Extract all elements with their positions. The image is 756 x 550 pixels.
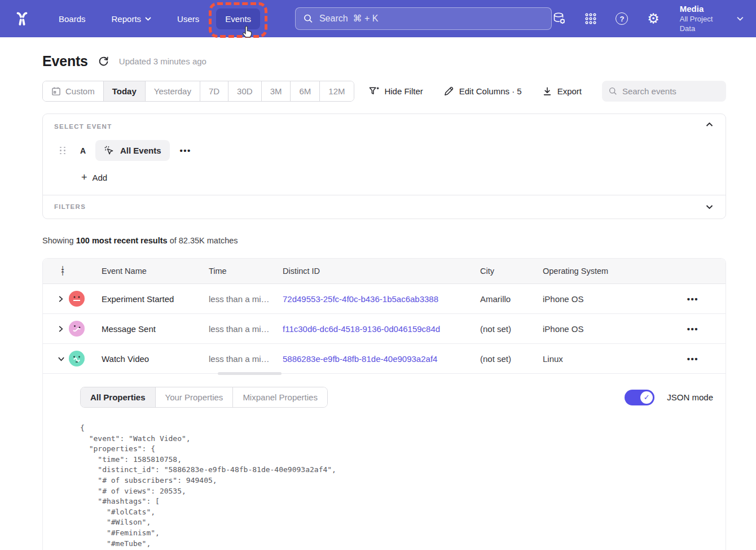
apps-grid-icon[interactable] (583, 11, 597, 26)
select-event-section: SELECT EVENT A All Events ••• + Add (43, 114, 726, 195)
nav-item-boards[interactable]: Boards (50, 8, 95, 29)
column-header-operating-system[interactable]: Operating System (543, 267, 660, 276)
expand-row-button[interactable] (58, 325, 69, 333)
date-option-30d[interactable]: 30D (228, 81, 262, 101)
mixpanel-logo[interactable] (12, 9, 32, 28)
json-mode-label: JSON mode (667, 392, 713, 402)
navbar-actions: ? ⚙ Media All Project Data (552, 3, 744, 33)
date-option-custom[interactable]: Custom (43, 81, 104, 101)
refresh-icon[interactable] (98, 56, 109, 67)
column-header-city[interactable]: City (480, 267, 543, 276)
json-mode-toggle[interactable]: ✓ (625, 390, 654, 405)
cell-event-name: Experiment Started (102, 294, 209, 304)
cell-event-name: Watch Video (102, 354, 209, 364)
column-header-event-name[interactable]: Event Name (102, 267, 209, 276)
nav-item-events[interactable]: Events (216, 8, 260, 29)
project-selector[interactable]: Media All Project Data (680, 3, 744, 33)
last-updated-text: Updated 3 minutes ago (119, 56, 206, 66)
row-more-options-button[interactable]: ••• (660, 294, 726, 304)
nav-item-label: Events (225, 14, 251, 24)
help-icon[interactable]: ? (615, 11, 629, 26)
filter-funnel-icon (368, 86, 379, 97)
events-page: Events Updated 3 minutes ago Custom Toda… (42, 53, 726, 550)
cell-city: (not set) (480, 324, 543, 334)
table-row[interactable]: Message Sent less than a min... f11c30d6… (43, 314, 726, 344)
expand-section-chevron-down-icon[interactable] (706, 204, 713, 209)
expand-row-button[interactable] (58, 295, 69, 303)
edit-columns-button[interactable]: Edit Columns · 5 (443, 86, 522, 97)
event-avatar (69, 291, 85, 307)
date-option-yesterday[interactable]: Yesterday (146, 81, 200, 101)
column-header-distinct-id[interactable]: Distinct ID (283, 267, 480, 276)
horizontal-scrollbar-thumb[interactable] (218, 372, 282, 375)
query-builder-card: SELECT EVENT A All Events ••• + Add (42, 114, 726, 219)
cell-os: iPhone OS (543, 294, 660, 304)
event-avatar (69, 321, 85, 337)
magic-cursor-icon (104, 145, 115, 156)
row-more-options-button[interactable]: ••• (660, 324, 726, 334)
chevron-down-icon (58, 356, 65, 362)
nav-item-label: Boards (59, 14, 86, 24)
annotation-cursor-icon (241, 25, 254, 39)
date-range-selector: Custom Today Yesterday 7D 30D 3M 6M 12M (42, 81, 354, 102)
add-event-button[interactable]: + Add (81, 172, 714, 182)
nav-item-users[interactable]: Users (168, 8, 208, 29)
global-search[interactable] (295, 7, 552, 30)
filters-label: FILTERS (54, 203, 714, 210)
drag-handle[interactable] (60, 147, 66, 155)
project-scope: All Project Data (680, 15, 729, 34)
row-more-options-button[interactable]: ••• (660, 354, 726, 364)
cell-time: less than a min... (209, 354, 283, 364)
data-management-icon[interactable] (552, 11, 566, 26)
nav-item-label: Users (177, 14, 199, 24)
plus-icon: + (81, 172, 87, 182)
pencil-icon (443, 86, 454, 97)
select-event-label: SELECT EVENT (54, 123, 714, 130)
table-row-expanded[interactable]: Watch Video less than a min... 5886283e-… (43, 344, 726, 374)
chevron-right-icon (58, 325, 64, 333)
primary-nav: Boards Reports Users Events (50, 8, 260, 29)
column-header-time[interactable]: Time (209, 267, 283, 276)
properties-tabs: All Properties Your Properties Mixpanel … (80, 387, 328, 408)
event-selector-pill[interactable]: All Events (95, 140, 170, 161)
cell-distinct-id-link[interactable]: 5886283e-e9fb-48fb-81de-40e9093a2af4 (283, 354, 480, 364)
download-icon (542, 86, 552, 97)
search-events-box[interactable] (602, 81, 726, 102)
step-letter: A (78, 146, 87, 155)
date-option-3m[interactable]: 3M (262, 81, 291, 101)
chevron-right-icon (58, 295, 64, 303)
hide-filter-button[interactable]: Hide Filter (368, 86, 423, 97)
collapse-all-rows-icon[interactable]: ↓↑ (56, 266, 69, 276)
table-row[interactable]: Experiment Started less than a min... 72… (43, 284, 726, 314)
event-more-options-button[interactable]: ••• (178, 146, 194, 155)
cell-city: (not set) (480, 354, 543, 364)
search-events-input[interactable] (622, 86, 719, 96)
tab-mixpanel-properties[interactable]: Mixpanel Properties (233, 387, 327, 407)
cell-os: Linux (543, 354, 660, 364)
cell-distinct-id-link[interactable]: f11c30d6-dc6d-4518-9136-0d046159c84d (283, 324, 480, 334)
results-summary: Showing 100 most recent results of 82.35… (42, 236, 726, 245)
event-json-viewer: { "event": "Watch Video", "properties": … (80, 423, 714, 550)
date-option-today[interactable]: Today (104, 81, 146, 101)
calendar-icon (51, 86, 61, 96)
search-icon (609, 86, 617, 96)
tab-all-properties[interactable]: All Properties (81, 387, 156, 407)
settings-gear-icon[interactable]: ⚙ (646, 11, 660, 26)
date-option-12m[interactable]: 12M (320, 81, 353, 101)
tab-your-properties[interactable]: Your Properties (156, 387, 234, 407)
toggle-check-icon: ✓ (640, 391, 653, 404)
date-option-7d[interactable]: 7D (200, 81, 228, 101)
global-search-input[interactable] (319, 14, 543, 24)
collapse-section-chevron-up-icon[interactable] (706, 122, 713, 127)
event-avatar (69, 351, 85, 366)
export-button[interactable]: Export (542, 86, 582, 97)
collapse-row-button[interactable] (58, 356, 69, 362)
search-icon (304, 14, 313, 24)
events-table: ↓↑ Event Name Time Distinct ID City Oper… (42, 258, 726, 550)
cell-city: Amarillo (480, 294, 543, 304)
chevron-down-icon (145, 17, 151, 21)
date-option-6m[interactable]: 6M (291, 81, 320, 101)
cell-distinct-id-link[interactable]: 72d49553-25fc-4f0c-b436-1b5ac6ab3388 (283, 294, 480, 304)
nav-item-reports[interactable]: Reports (103, 8, 161, 29)
cell-event-name: Message Sent (102, 324, 209, 334)
